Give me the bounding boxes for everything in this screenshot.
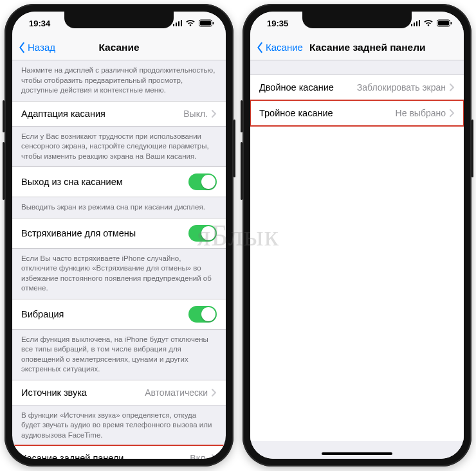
- svg-rect-2: [213, 22, 214, 24]
- value: Заблокировать экран: [357, 82, 446, 93]
- value: Вкл.: [190, 453, 208, 459]
- wifi-icon: [423, 19, 434, 27]
- row-vibration[interactable]: Вибрация: [12, 299, 226, 330]
- back-button[interactable]: Назад: [17, 42, 55, 53]
- chevron-right-icon: [212, 110, 217, 118]
- label: Встряхивание для отмены: [21, 228, 136, 238]
- row-tap-to-wake[interactable]: Выход из сна касанием: [12, 166, 226, 197]
- home-indicator[interactable]: [322, 452, 392, 455]
- toggle-on[interactable]: [188, 173, 217, 190]
- touch-adaptation-caption: Если у Вас возникают трудности при испол…: [12, 127, 226, 167]
- page-title: Касание задней панели: [309, 42, 459, 53]
- battery-icon: [437, 19, 452, 27]
- label: Двойное касание: [259, 82, 334, 93]
- intro-caption: Нажмите на дисплей с различной продолжит…: [12, 60, 226, 101]
- label: Адаптация касания: [21, 109, 105, 119]
- chevron-right-icon: [450, 84, 455, 91]
- status-time: 19:34: [29, 19, 50, 28]
- svg-rect-5: [451, 22, 452, 24]
- toggle-on[interactable]: [188, 306, 217, 323]
- page-title: Касание: [98, 42, 139, 53]
- row-audio-source[interactable]: Источник звука Автоматически: [12, 380, 226, 405]
- value: Не выбрано: [396, 108, 446, 118]
- wifi-icon: [185, 19, 196, 27]
- label: Касание задней панели: [21, 453, 124, 459]
- row-shake-undo[interactable]: Встряхивание для отмены: [12, 218, 226, 249]
- back-button[interactable]: Касание: [255, 42, 303, 53]
- back-label: Назад: [28, 42, 55, 53]
- chevron-right-icon: [450, 109, 455, 117]
- row-triple-tap[interactable]: Тройное касание Не выбрано: [250, 100, 464, 126]
- row-touch-adaptation[interactable]: Адаптация касания Выкл.: [12, 101, 226, 127]
- label: Источник звука: [21, 387, 87, 398]
- battery-icon: [199, 19, 214, 27]
- notch: [64, 12, 174, 28]
- toggle-on[interactable]: [188, 225, 217, 242]
- svg-rect-1: [200, 21, 211, 26]
- label: Вибрация: [21, 309, 64, 319]
- shake-caption: Если Вы часто встряхиваете iPhone случай…: [12, 249, 226, 299]
- chevron-right-icon: [212, 389, 217, 396]
- audio-caption: В функции «Источник звука» определяется,…: [12, 405, 226, 446]
- row-back-tap[interactable]: Касание задней панели Вкл.: [12, 445, 226, 459]
- label: Тройное касание: [259, 108, 333, 118]
- svg-rect-4: [438, 21, 449, 26]
- phone-right: 19:35 Касание Касани: [243, 4, 471, 467]
- value: Автоматически: [145, 387, 208, 398]
- notch: [302, 12, 412, 28]
- wake-caption: Выводить экран из режима сна при касании…: [12, 197, 226, 218]
- nav-bar: Касание Касание задней панели: [250, 35, 464, 60]
- vibration-caption: Если функция выключена, на iPhone будут …: [12, 330, 226, 380]
- cellular-icon: [411, 20, 421, 26]
- status-time: 19:35: [267, 19, 288, 28]
- value: Выкл.: [183, 109, 208, 119]
- label: Выход из сна касанием: [21, 177, 123, 187]
- cellular-icon: [173, 20, 183, 26]
- chevron-right-icon: [212, 454, 217, 459]
- row-double-tap[interactable]: Двойное касание Заблокировать экран: [250, 75, 464, 100]
- back-label: Касание: [266, 42, 303, 53]
- phone-left: 19:34 Назад Касание: [5, 4, 233, 467]
- nav-bar: Назад Касание: [12, 35, 226, 60]
